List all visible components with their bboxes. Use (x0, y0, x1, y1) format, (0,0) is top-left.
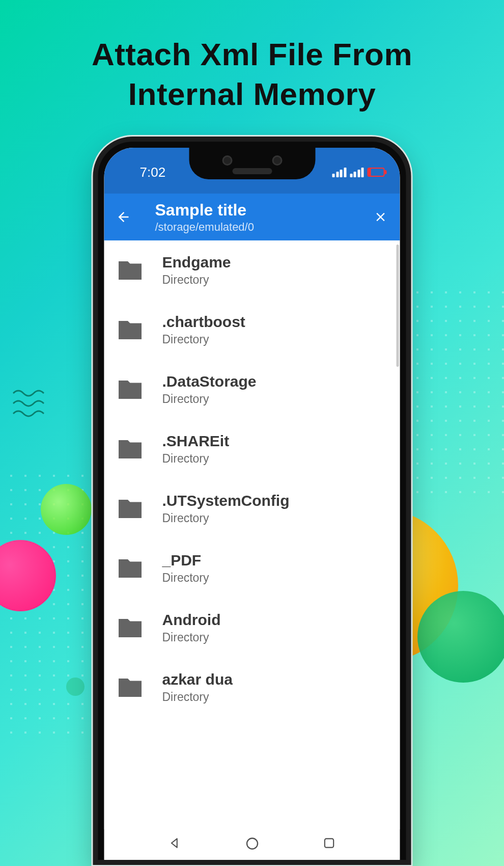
file-name: .chartboost (162, 313, 245, 331)
folder-icon (113, 376, 148, 403)
arrow-left-icon (116, 209, 131, 225)
file-sub: Directory (162, 631, 221, 644)
list-item[interactable]: .UTSystemConfigDirectory (104, 479, 400, 538)
file-list[interactable]: EndgameDirectory .chartboostDirectory .D… (104, 240, 400, 829)
scrollbar[interactable] (397, 245, 399, 367)
close-icon (374, 210, 388, 224)
android-nav-bar (104, 829, 400, 860)
list-item[interactable]: .SHAREitDirectory (104, 419, 400, 479)
svg-rect-1 (325, 838, 333, 847)
folder-icon (113, 614, 148, 642)
nav-recent-icon[interactable] (322, 836, 336, 850)
app-bar-path: /storage/emulated/0 (155, 221, 359, 233)
back-button[interactable] (111, 205, 136, 229)
status-time: 7:02 (120, 161, 166, 180)
status-indicators (332, 165, 385, 177)
list-item[interactable]: _PDFDirectory (104, 538, 400, 598)
file-name: Android (162, 611, 221, 629)
folder-icon (113, 674, 148, 701)
file-name: .DataStorage (162, 373, 257, 390)
phone-screen: 7:02 Sample title /storage/emulated/0 (104, 148, 400, 860)
file-sub: Directory (162, 392, 257, 406)
battery-low-icon (368, 168, 385, 177)
file-sub: Directory (162, 571, 209, 585)
file-name: Endgame (162, 254, 231, 271)
file-sub: Directory (162, 333, 245, 346)
close-button[interactable] (369, 205, 393, 229)
folder-icon (113, 257, 148, 284)
file-sub: Directory (162, 273, 231, 287)
folder-icon (113, 436, 148, 463)
decor-squiggle (12, 387, 48, 418)
app-bar-title: Sample title (155, 201, 359, 220)
promo-title-line1: Attach Xml File From (92, 37, 412, 72)
promo-title: Attach Xml File From Internal Memory (0, 35, 504, 114)
list-item[interactable]: .DataStorageDirectory (104, 360, 400, 419)
signal-icon (350, 168, 364, 177)
file-name: _PDF (162, 552, 209, 569)
folder-icon (113, 316, 148, 344)
file-sub: Directory (162, 452, 230, 466)
list-item[interactable]: azkar duaDirectory (104, 658, 400, 717)
file-sub: Directory (162, 511, 290, 525)
app-bar: Sample title /storage/emulated/0 (104, 194, 400, 240)
nav-back-icon[interactable] (168, 836, 183, 850)
folder-icon (113, 555, 148, 582)
list-item[interactable]: .chartboostDirectory (104, 300, 400, 360)
promo-title-line2: Internal Memory (128, 76, 376, 112)
phone-frame: 7:02 Sample title /storage/emulated/0 (93, 137, 411, 865)
list-item[interactable]: AndroidDirectory (104, 598, 400, 658)
file-sub: Directory (162, 690, 233, 704)
file-name: .UTSystemConfig (162, 492, 290, 509)
folder-icon (113, 495, 148, 523)
file-name: azkar dua (162, 671, 233, 688)
phone-notch (189, 142, 315, 179)
svg-point-0 (247, 838, 258, 849)
nav-home-icon[interactable] (245, 836, 260, 851)
list-item[interactable]: EndgameDirectory (104, 240, 400, 300)
signal-icon (332, 168, 347, 177)
file-name: .SHAREit (162, 432, 230, 450)
